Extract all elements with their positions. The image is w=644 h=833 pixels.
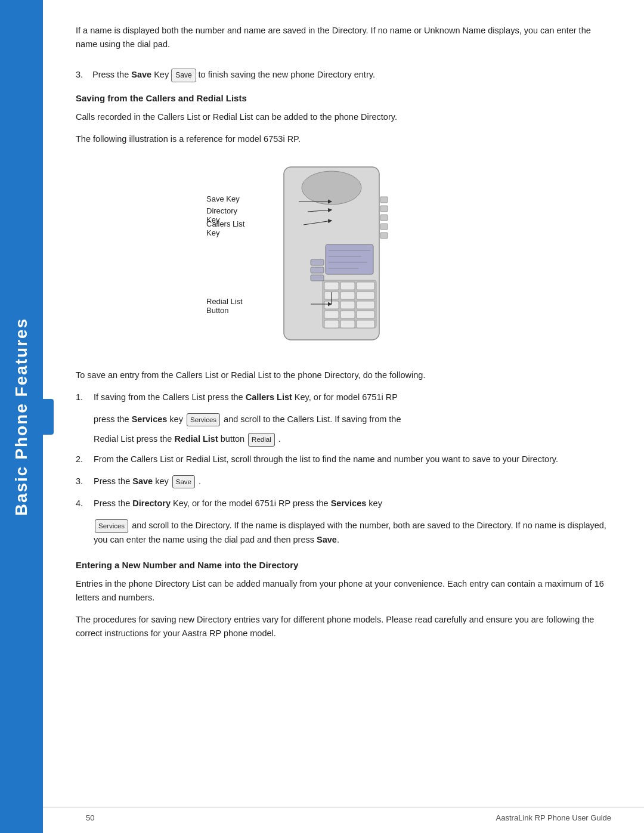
svg-rect-12 (357, 301, 374, 309)
step4-content: Press the Directory Key, or for the mode… (94, 497, 611, 510)
svg-rect-19 (380, 197, 388, 203)
services-bold2: Services (331, 498, 367, 508)
save-bold2: Save (132, 476, 153, 486)
svg-rect-20 (380, 206, 388, 212)
section1-para2: The following illustration is a referenc… (76, 132, 611, 146)
svg-rect-26 (311, 275, 324, 281)
svg-rect-9 (357, 292, 374, 299)
step3: 3. Press the Save key Save . (76, 475, 611, 488)
step2-num: 2. (76, 453, 94, 466)
intro-paragraph: If a name is displayed both the number a… (76, 24, 611, 51)
footer-guide-title: AastraLink RP Phone User Guide (496, 813, 611, 822)
svg-rect-2 (326, 244, 373, 274)
svg-rect-11 (340, 301, 355, 309)
svg-rect-5 (340, 282, 355, 290)
section1-para1: Calls recorded in the Callers List or Re… (76, 110, 611, 124)
services-key-inline1: Services (187, 413, 220, 426)
section1-heading: Saving from the Callers and Redial Lists (76, 93, 611, 103)
svg-rect-4 (324, 282, 339, 290)
services-key-inline2: Services (95, 519, 128, 532)
svg-rect-8 (340, 292, 355, 299)
step3-save-bold: Save (131, 70, 151, 79)
step3-top-content: Press the Save Key Save to finish saving… (92, 68, 611, 82)
section2-heading: Entering a New Number and Name into the … (76, 560, 611, 570)
svg-rect-17 (340, 320, 355, 328)
svg-rect-13 (324, 311, 339, 318)
services-bold1: Services (132, 414, 168, 424)
svg-rect-24 (311, 259, 324, 265)
step3-top-num: 3. (76, 68, 92, 82)
svg-rect-16 (324, 320, 339, 328)
redial-list-bold: Redial List (174, 434, 218, 444)
steps-list: 1. If saving from the Callers List press… (76, 391, 611, 547)
step4-num: 4. (76, 497, 94, 510)
phone-svg (206, 161, 481, 352)
step1-content: If saving from the Callers List press th… (94, 391, 611, 404)
phone-diagram-container: Save Key DirectoryKey Callers ListKey Re… (76, 161, 611, 352)
svg-rect-14 (340, 311, 355, 318)
save-key-inline2: Save (172, 475, 195, 488)
svg-rect-23 (380, 233, 388, 239)
svg-point-1 (302, 171, 361, 205)
page-container: Basic Phone Features If a name is displa… (0, 0, 644, 833)
step1-sub1: press the Services key Services and scro… (94, 413, 611, 426)
step3-content: Press the Save key Save . (94, 475, 611, 488)
step4: 4. Press the Directory Key, or for the m… (76, 497, 611, 510)
callers-list-bold: Callers List (246, 392, 292, 402)
step1-num: 1. (76, 391, 94, 404)
redial-key-inline: Redial (248, 433, 275, 446)
section2-para1: Entries in the phone Directory List can … (76, 577, 611, 605)
phone-diagram: Save Key DirectoryKey Callers ListKey Re… (206, 161, 481, 352)
svg-rect-6 (357, 282, 374, 290)
svg-rect-18 (357, 320, 374, 328)
footer-page-number: 50 (86, 813, 94, 822)
svg-rect-15 (357, 311, 374, 318)
step2-content: From the Callers List or Redial List, sc… (94, 453, 611, 466)
save-key-inline: Save (171, 69, 196, 82)
svg-rect-21 (380, 215, 388, 221)
directory-bold: Directory (132, 498, 171, 508)
step1-sub2: Redial List press the Redial List button… (94, 432, 611, 446)
step1: 1. If saving from the Callers List press… (76, 391, 611, 404)
svg-rect-25 (311, 267, 324, 273)
main-content: If a name is displayed both the number a… (43, 0, 644, 833)
save-bold3: Save (317, 535, 337, 544)
step2: 2. From the Callers List or Redial List,… (76, 453, 611, 466)
footer: 50 AastraLink RP Phone User Guide (43, 807, 644, 833)
sidebar: Basic Phone Features (0, 0, 43, 833)
step3-top: 3. Press the Save Key Save to finish sav… (76, 68, 611, 82)
section2-para2: The procedures for saving new Directory … (76, 613, 611, 640)
step3-num: 3. (76, 475, 94, 488)
step4-sub: Services and scroll to the Directory. If… (94, 519, 611, 547)
to-save-para: To save an entry from the Callers List o… (76, 368, 611, 382)
sidebar-label: Basic Phone Features (12, 317, 31, 516)
svg-rect-22 (380, 224, 388, 230)
